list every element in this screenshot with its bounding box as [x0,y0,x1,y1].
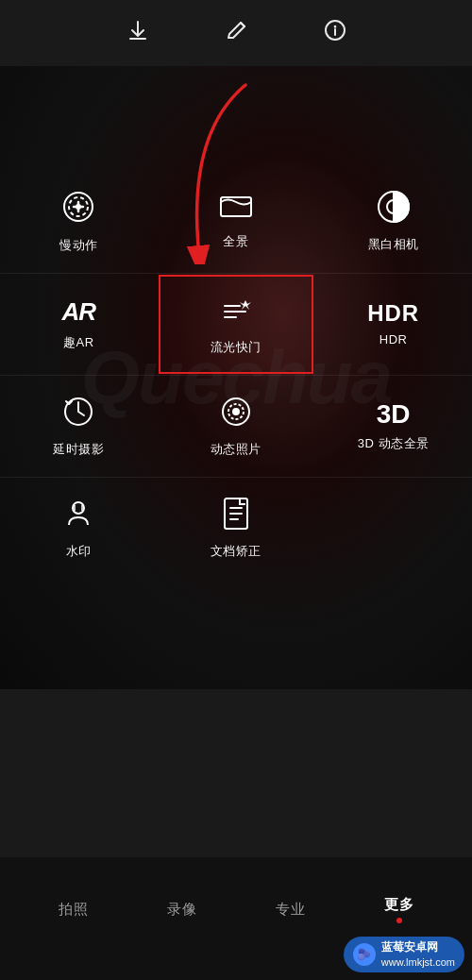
watermark-site-name: 蓝莓安卓网 [381,940,455,955]
menu-item-watermark[interactable]: 水印 [0,478,158,579]
slow-motion-label: 慢动作 [59,237,98,254]
svg-point-14 [233,409,239,414]
nav-item-video[interactable]: 录像 [148,893,216,926]
live-photo-icon [219,395,253,433]
hdr-label: HDR [379,332,408,346]
watermark-badge: 🫐 蓝莓安卓网 www.lmkjst.com [344,937,464,972]
menu-item-hdr[interactable]: HDR HDR [314,274,472,375]
nav-photo-label: 拍照 [59,901,89,919]
ar-icon: AR [62,297,96,327]
3d-panorama-label: 3D 动态全景 [358,435,430,452]
doc-scan-label: 文档矫正 [211,543,261,560]
menu-row-3: 延时摄影 动态照片 3D 3D 动态全景 [0,376,472,478]
watermark-url: www.lmkjst.com [381,955,455,969]
timelapse-icon [61,395,95,433]
hdr-icon: HDR [367,302,419,325]
menu-item-3d-panorama[interactable]: 3D 3D 动态全景 [314,376,472,477]
info-icon[interactable] [324,19,346,47]
menu-item-doc-scan[interactable]: 文档矫正 [158,478,315,579]
nav-more-dot [396,918,402,923]
nav-more-label: 更多 [384,896,414,914]
doc-scan-icon [221,497,251,535]
watermark-brand-icon: 🫐 [353,943,376,966]
nav-pro-label: 专业 [276,901,306,919]
menu-grid: 慢动作 全景 黑白相机 [0,170,472,579]
watermark-label: 水印 [66,543,92,560]
top-toolbar [0,0,472,66]
menu-item-timelapse[interactable]: 延时摄影 [0,376,158,477]
nav-item-photo[interactable]: 拍照 [40,893,108,926]
menu-item-slow-motion[interactable]: 慢动作 [0,170,158,273]
panorama-label: 全景 [223,233,248,250]
menu-item-bw-camera[interactable]: 黑白相机 [314,170,472,273]
menu-row-2: AR 趣AR 流光快门 HDR HDR [0,274,472,376]
menu-item-empty [314,478,472,579]
menu-item-ar[interactable]: AR 趣AR [0,274,158,375]
ar-label: 趣AR [63,334,94,351]
menu-row-1: 慢动作 全景 黑白相机 [0,170,472,274]
timelapse-label: 延时摄影 [53,441,104,458]
menu-row-4: 水印 文档矫正 [0,478,472,579]
edit-icon[interactable] [226,19,248,47]
watermark-text: 蓝莓安卓网 www.lmkjst.com [381,940,455,969]
download-icon[interactable] [126,18,150,48]
menu-item-panorama[interactable]: 全景 [158,170,315,273]
menu-item-live-photo[interactable]: 动态照片 [158,376,315,477]
light-trails-label: 流光快门 [211,339,261,356]
menu-item-light-trails[interactable]: 流光快门 [158,274,315,375]
bw-camera-icon [377,190,411,228]
3d-panorama-icon: 3D [377,401,411,428]
nav-video-label: 录像 [167,901,197,919]
light-trails-icon [219,293,253,331]
bw-camera-label: 黑白相机 [368,236,419,253]
live-photo-label: 动态照片 [211,441,261,458]
panorama-icon [218,193,254,226]
svg-point-4 [76,205,80,209]
slow-motion-icon [60,189,96,229]
nav-item-pro[interactable]: 专业 [257,893,325,926]
nav-item-more[interactable]: 更多 [365,888,433,931]
watermark-icon [61,497,95,535]
